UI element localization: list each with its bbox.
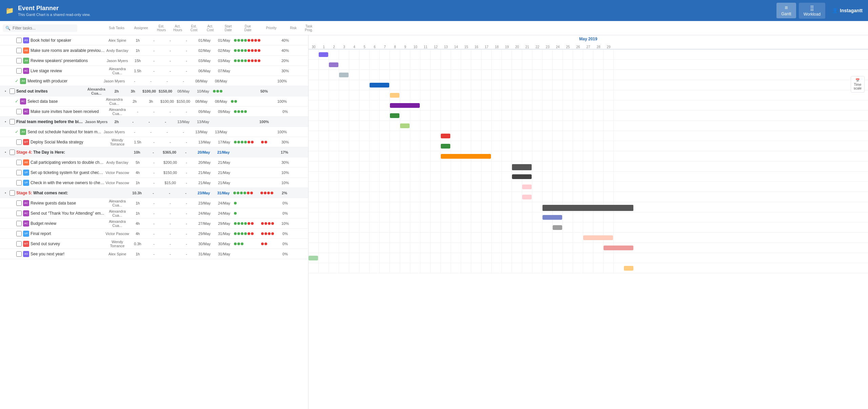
task-row[interactable]: AC Live stage review Alexandra Cua... 1.… (0, 66, 308, 76)
gantt-bar[interactable]: Review speakers' presentations (339, 73, 349, 77)
task-row[interactable]: ▪ Stage 4: The Day is Here: 10h - $365,0… (0, 147, 308, 157)
gantt-grid-col (319, 192, 329, 202)
task-row[interactable]: VP Set up ticketing system for guest che… (0, 168, 308, 178)
gantt-bar[interactable]: See you next year! (624, 266, 633, 271)
task-checkbox[interactable] (16, 241, 22, 247)
task-row[interactable]: ✓ JM Send out schedule handout for team … (0, 127, 308, 137)
gantt-bar[interactable]: Send out survey (309, 256, 318, 260)
gantt-grid-col (359, 141, 370, 151)
start-date-col: 21/May (195, 181, 214, 185)
gantt-grid-col (410, 192, 420, 202)
gantt-grid-col (370, 50, 380, 59)
gantt-bar[interactable]: Call participating vendors t... (512, 174, 532, 179)
task-checkbox[interactable] (9, 150, 15, 155)
gantt-grid-col (359, 222, 370, 232)
task-row[interactable]: WT Send out survey Wendy Torrance 0.3h -… (0, 239, 308, 249)
task-row[interactable]: AS See you next year! Alex Spine 1h - - … (0, 249, 308, 259)
task-row[interactable]: ✓ AC Select data base Alexandra Cua... 2… (0, 96, 308, 106)
gantt-bar[interactable]: Set up ticketing system fo... (522, 184, 532, 189)
task-row[interactable]: ▪ Final team meeting before the big day … (0, 117, 308, 127)
expand-button[interactable]: ▪ (3, 150, 8, 155)
gantt-grid-col (390, 222, 400, 232)
expand-button[interactable]: ▪ (3, 190, 8, 196)
task-row[interactable]: AB Call participating vendors to double … (0, 157, 308, 168)
gantt-bar[interactable]: Deploy Social Media strategy (441, 154, 491, 159)
gantt-bar[interactable]: Review guests (542, 215, 562, 220)
workload-button[interactable]: ⣿ Workload (799, 3, 825, 19)
task-checkbox[interactable] (16, 48, 22, 53)
gantt-grid-col (329, 182, 339, 192)
gantt-bar[interactable]: Final report (604, 246, 633, 250)
task-checkbox[interactable] (16, 231, 22, 236)
task-row[interactable]: AC Budget review Alexandra Cua... 4h - -… (0, 218, 308, 229)
task-checkbox[interactable] (16, 58, 22, 63)
gantt-bar[interactable]: Send out "Than... (553, 225, 562, 230)
timescale-button[interactable]: 📅 Timescale (851, 76, 865, 93)
task-row[interactable]: JM Review speakers' presentations Jason … (0, 56, 308, 66)
task-checkbox[interactable] (16, 109, 22, 114)
gantt-bar[interactable]: Final team meeting before the big day (441, 134, 450, 138)
gantt-day-label: 14 (451, 45, 461, 49)
task-checkbox[interactable] (16, 211, 22, 216)
gantt-bar[interactable]: Select data base (390, 113, 399, 118)
task-row[interactable]: AC Make sure invites have been received … (0, 106, 308, 117)
task-checkbox[interactable] (16, 38, 22, 43)
dot (234, 212, 237, 215)
task-checkbox[interactable] (16, 160, 22, 165)
gantt-grid-col (359, 111, 370, 120)
task-row[interactable]: ▪ Stage 5: What comes next: 10.3h - - - … (0, 188, 308, 198)
gantt-grid-col (339, 111, 349, 120)
gantt-grid-col (370, 100, 380, 110)
task-row[interactable]: AC Send out "Thank You for Attending" em… (0, 208, 308, 218)
gantt-button[interactable]: ≡ Gantt (776, 3, 796, 18)
task-row[interactable]: VP Check in with the venue owners to che… (0, 178, 308, 188)
gantt-grid-col (502, 90, 512, 100)
search-wrap[interactable]: 🔍 (3, 24, 77, 32)
gantt-grid-col (553, 182, 563, 192)
gantt-bar[interactable]: Make sure invites have been received (400, 123, 410, 128)
gantt-grid-col (380, 111, 390, 120)
gantt-grid-col (309, 151, 319, 161)
task-checkbox[interactable] (16, 221, 22, 226)
gantt-bar[interactable]: Check in with the venue ov... (522, 195, 532, 199)
task-checkbox[interactable] (16, 200, 22, 206)
task-row[interactable]: WT Deploy Social Media strategy Wendy To… (0, 137, 308, 147)
task-checkbox[interactable] (9, 119, 15, 124)
task-checkbox[interactable] (9, 190, 15, 196)
dot (243, 192, 246, 194)
task-checkbox[interactable] (16, 180, 22, 186)
task-row[interactable]: AC Review guests data base Alexandra Cua… (0, 198, 308, 208)
gantt-grid-col (522, 80, 532, 90)
gantt-bar[interactable]: Send out invites (390, 103, 420, 108)
dot (247, 192, 250, 194)
est-hours-col: 4h (130, 221, 146, 226)
search-input[interactable] (13, 26, 67, 31)
act-hours-col: - (146, 140, 162, 144)
task-row[interactable]: AB Make sure rooms are available previou… (0, 45, 308, 56)
gantt-grid-col (420, 100, 431, 110)
gantt-bar[interactable]: Stage 4: The Day is Here: (512, 164, 532, 170)
gantt-grid-col (400, 90, 410, 100)
task-checkbox[interactable] (16, 170, 22, 175)
task-checkbox[interactable] (16, 68, 22, 74)
gantt-grid-col (471, 222, 481, 232)
expand-button[interactable]: ▪ (3, 119, 8, 124)
task-checkbox[interactable] (9, 89, 15, 94)
gantt-grid-col (481, 192, 492, 202)
task-row[interactable]: ▪ Send out invites Alexandra Cua... 2h 3… (0, 86, 308, 96)
gantt-bar[interactable]: Live stage review (370, 83, 389, 87)
task-checkbox[interactable] (16, 139, 22, 145)
dot (267, 192, 270, 194)
task-checkbox[interactable] (16, 251, 22, 257)
gantt-bar[interactable]: Meeting with producer (390, 93, 399, 98)
gantt-bar[interactable]: Budget review (583, 235, 613, 240)
gantt-grid-col (431, 111, 441, 120)
gantt-bar[interactable]: Send out schedule handout for team membe… (441, 144, 450, 149)
expand-button[interactable]: ▪ (3, 89, 8, 94)
task-row[interactable]: AS Book hotel for speaker Alex Spine 1h … (0, 35, 308, 45)
task-row[interactable]: ✓ JM Meeting with producer Jason Myers -… (0, 76, 308, 86)
gantt-bar[interactable]: Book hotel for speaker (319, 52, 328, 57)
gantt-bar[interactable]: Stage 5: What comes next: (542, 205, 633, 211)
gantt-bar[interactable]: Make sure rooms are available previous t… (329, 62, 338, 67)
task-row[interactable]: VP Final report Victor Pascow 4h - - - 2… (0, 229, 308, 239)
